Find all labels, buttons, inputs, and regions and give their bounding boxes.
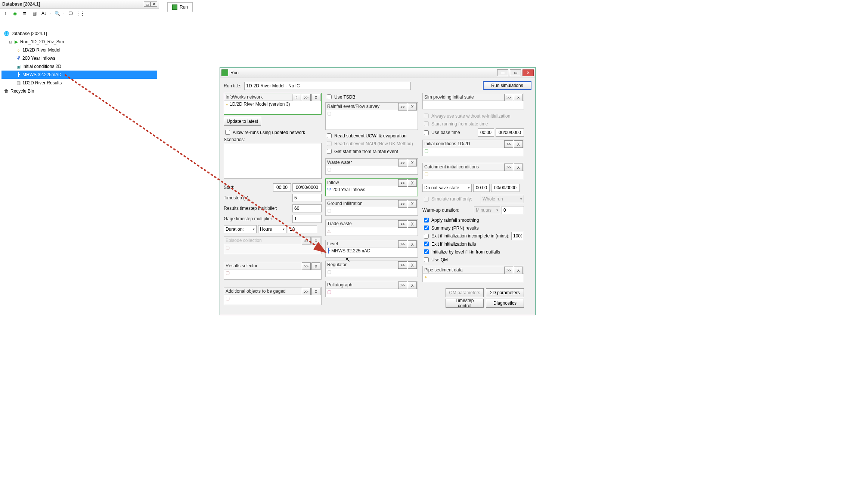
sort-icon[interactable]: A↓ — [40, 10, 48, 17]
main-tab-run[interactable]: Run — [167, 2, 193, 12]
use-base-time-checkbox[interactable] — [424, 130, 429, 135]
read-napi-checkbox — [327, 141, 332, 146]
expand-button[interactable]: >> — [398, 220, 407, 228]
waste-icon: ▢ — [327, 167, 331, 172]
screen-icon[interactable]: 🖵 — [67, 10, 74, 17]
exit-incomplete-label: Exit if initialization incomplete in (mi… — [431, 233, 510, 239]
get-start-checkbox[interactable] — [327, 149, 332, 154]
start-time-input[interactable] — [273, 183, 291, 192]
inflow-icon: Ψ — [15, 55, 22, 61]
collapse-icon[interactable]: ⊟ — [8, 40, 13, 44]
hash-button[interactable]: # — [292, 94, 301, 101]
table-icon[interactable]: ▦ — [31, 10, 38, 17]
tree-item-selected[interactable]: ┣ MHWS 32.225mAD — [1, 71, 157, 79]
expand-button[interactable]: >> — [504, 267, 513, 274]
sync-icon[interactable]: ◉ — [11, 10, 19, 17]
clear-button[interactable]: X — [514, 164, 523, 171]
clear-button[interactable]: X — [408, 240, 417, 248]
panel-close-icon[interactable]: ✕ — [151, 1, 157, 7]
timestep-control-button[interactable]: Timestep control — [446, 299, 484, 308]
duration-mode-select[interactable]: Duration: — [224, 225, 257, 233]
clear-button[interactable]: X — [408, 220, 417, 228]
gage-mult-input[interactable] — [292, 215, 322, 223]
save-state-select[interactable]: Do not save state — [422, 184, 472, 192]
diagnostics-button[interactable]: Diagnostics — [486, 299, 524, 308]
tree-root[interactable]: 🌐 Database [2024.1] — [1, 29, 157, 38]
nav-up-icon[interactable]: ↑ — [1, 10, 9, 17]
tree-item[interactable]: ▥ 1D2D River Results — [1, 79, 157, 87]
results-mult-input[interactable] — [292, 204, 322, 212]
nodes-icon[interactable]: ⋮⋮ — [77, 10, 84, 17]
clear-button[interactable]: X — [311, 288, 320, 295]
search-icon[interactable]: 🔍 — [53, 10, 61, 17]
list-icon[interactable]: ≣ — [21, 10, 28, 17]
clear-button[interactable]: X — [311, 237, 320, 245]
init-level-checkbox[interactable] — [424, 249, 429, 254]
tree-run-group[interactable]: ⊟ ▶ Run_1D_2D_Riv_Sim — [1, 38, 157, 46]
database-toolbar: ↑ ◉ ≣ ▦ A↓ · 🔍 · 🖵 ⋮⋮ — [0, 9, 159, 18]
summary-prn-checkbox[interactable] — [424, 225, 429, 230]
save-state-time-input[interactable] — [473, 184, 490, 192]
exit-fails-checkbox[interactable] — [424, 242, 429, 246]
tree-recycle[interactable]: 🗑 Recycle Bin — [1, 87, 157, 95]
panel-restore-icon[interactable]: ▭ — [144, 1, 151, 7]
duration-input[interactable] — [288, 225, 317, 233]
allow-reruns-checkbox[interactable] — [225, 130, 230, 135]
minimize-button[interactable]: — — [497, 69, 508, 76]
expand-button[interactable]: >> — [398, 179, 407, 187]
clear-button[interactable]: X — [514, 140, 523, 148]
base-date-input[interactable] — [496, 128, 524, 137]
clear-button[interactable]: X — [408, 281, 417, 289]
duration-unit-select[interactable]: Hours — [258, 225, 286, 233]
expand-button[interactable]: >> — [398, 200, 407, 208]
expand-button[interactable]: >> — [504, 164, 513, 171]
update-to-latest-button[interactable]: Update to latest — [224, 117, 261, 126]
expand-button[interactable]: >> — [398, 281, 407, 289]
use-qm-checkbox[interactable] — [424, 257, 429, 262]
recycle-icon: 🗑 — [3, 88, 10, 94]
exit-incomplete-checkbox[interactable] — [424, 234, 429, 239]
clear-button[interactable]: X — [514, 267, 523, 274]
read-ucwi-label: Read subevent UCWI & evaporation — [334, 133, 406, 139]
apply-rainfall-checkbox[interactable] — [424, 218, 429, 223]
infoworks-body: 1D/2D River Model (version 3) — [230, 102, 290, 107]
use-tsdb-checkbox[interactable] — [327, 94, 332, 99]
scenarios-list[interactable] — [224, 143, 322, 179]
warmup-input[interactable] — [502, 206, 524, 214]
exit-incomplete-input[interactable] — [511, 232, 524, 240]
start-date-input[interactable] — [292, 183, 322, 192]
expand-button[interactable]: >> — [398, 240, 407, 248]
expand-button[interactable]: >> — [302, 262, 311, 270]
clear-button[interactable]: X — [408, 200, 417, 208]
close-button[interactable]: ✕ — [522, 69, 534, 76]
expand-button[interactable]: >> — [504, 140, 513, 148]
run-title-input[interactable] — [244, 82, 411, 90]
expand-button[interactable]: >> — [398, 159, 407, 167]
base-time-input[interactable] — [478, 128, 494, 137]
expand-button[interactable]: >> — [398, 261, 407, 269]
expand-button[interactable]: >> — [302, 288, 311, 295]
expand-button[interactable]: >> — [302, 237, 311, 245]
clear-button[interactable]: X — [408, 179, 417, 187]
clear-button[interactable]: X — [408, 103, 417, 111]
save-state-date-input[interactable] — [491, 184, 520, 192]
run-dialog-titlebar[interactable]: Run — ▭ ✕ — [220, 68, 535, 78]
timestep-input[interactable] — [292, 194, 322, 202]
read-ucwi-checkbox[interactable] — [327, 133, 332, 138]
run-simulations-button[interactable]: Run simulations — [483, 81, 531, 90]
expand-button[interactable]: >> — [302, 94, 311, 101]
clear-button[interactable]: X — [514, 94, 523, 101]
network-icon: ⬨ — [15, 47, 22, 53]
2d-parameters-button[interactable]: 2D parameters — [486, 288, 524, 297]
summary-prn-label: Summary (PRN) results — [431, 225, 479, 231]
expand-button[interactable]: >> — [398, 103, 407, 111]
tree-item[interactable]: Ψ 200 Year Inflows — [1, 54, 157, 62]
tree-item[interactable]: ▣ Initial conditions 2D — [1, 62, 157, 71]
clear-button[interactable]: X — [311, 262, 320, 270]
clear-button[interactable]: X — [311, 94, 320, 101]
tree-item[interactable]: ⬨ 1D/2D River Model — [1, 46, 157, 54]
maximize-button[interactable]: ▭ — [510, 69, 521, 76]
clear-button[interactable]: X — [408, 261, 417, 269]
expand-button[interactable]: >> — [504, 94, 513, 101]
clear-button[interactable]: X — [408, 159, 417, 167]
